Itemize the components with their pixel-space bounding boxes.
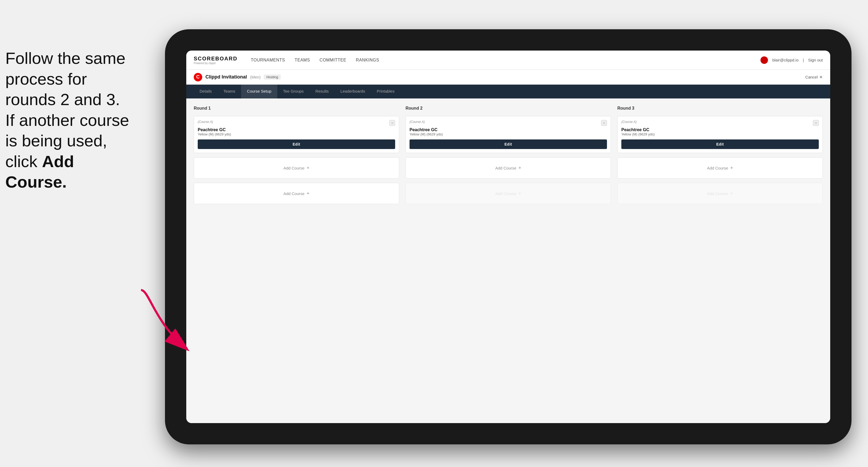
tab-printables[interactable]: Printables xyxy=(371,85,400,98)
course-2-1-edit-button[interactable]: Edit xyxy=(409,139,607,149)
tablet-frame: SCOREBOARD Powered by clippd TOURNAMENTS… xyxy=(165,29,851,444)
cancel-button[interactable]: Cancel ✕ xyxy=(805,75,823,80)
course-2-1-card: (Course A) ○ Peachtree GC Yellow (M) (66… xyxy=(406,116,611,153)
add-course-2-1[interactable]: Add Course + xyxy=(406,157,611,179)
course-3-1-details: Yellow (M) (6629 yds) xyxy=(621,132,819,136)
course-2-1-details: Yellow (M) (6629 yds) xyxy=(409,132,607,136)
nav-separator: | xyxy=(803,58,804,62)
add-course-3-2: Add Course + xyxy=(617,183,823,204)
user-email: blair@clippd.io xyxy=(772,58,799,62)
add-course-1-2[interactable]: Add Course + xyxy=(194,183,399,204)
round-2-label: Round 2 xyxy=(406,106,611,111)
nav-teams[interactable]: TEAMS xyxy=(294,58,310,63)
nav-committee[interactable]: COMMITTEE xyxy=(319,58,346,63)
top-nav-left: SCOREBOARD Powered by clippd TOURNAMENTS… xyxy=(194,56,379,65)
logo-title: SCOREBOARD xyxy=(194,56,237,62)
course-3-1-header: (Course A) ○ xyxy=(621,120,819,126)
tournament-info: C Clippd Invitational (Men) Hosting xyxy=(194,73,281,82)
tab-leaderboards[interactable]: Leaderboards xyxy=(335,85,371,98)
scoreboard-logo: SCOREBOARD Powered by clippd xyxy=(194,56,237,65)
top-nav: SCOREBOARD Powered by clippd TOURNAMENTS… xyxy=(186,51,830,70)
course-3-1-edit-button[interactable]: Edit xyxy=(621,139,819,149)
user-avatar xyxy=(761,56,768,64)
logo-subtitle: Powered by clippd xyxy=(194,62,237,65)
add-course-1-1-plus-icon: + xyxy=(307,165,309,171)
instruction-text: Follow the same process for rounds 2 and… xyxy=(5,48,138,192)
clippd-icon: C xyxy=(194,73,202,82)
round-1-column: Round 1 (Course A) ○ Peachtree GC Yellow… xyxy=(194,106,399,204)
add-course-1-2-plus-icon: + xyxy=(307,191,309,196)
course-1-1-details: Yellow (M) (6629 yds) xyxy=(198,132,395,136)
nav-rankings[interactable]: RANKINGS xyxy=(356,58,379,63)
tab-details[interactable]: Details xyxy=(194,85,218,98)
course-1-1-edit-button[interactable]: Edit xyxy=(198,139,395,149)
course-3-1-name: Peachtree GC xyxy=(621,127,819,132)
course-3-1-tag: (Course A) xyxy=(621,120,637,124)
tablet-screen: SCOREBOARD Powered by clippd TOURNAMENTS… xyxy=(186,51,830,423)
add-course-3-1-label: Add Course + xyxy=(707,165,733,171)
add-course-1-1[interactable]: Add Course + xyxy=(194,157,399,179)
tab-teams[interactable]: Teams xyxy=(218,85,241,98)
add-course-3-2-label: Add Course + xyxy=(707,191,733,196)
round-3-label: Round 3 xyxy=(617,106,823,111)
course-1-1-name: Peachtree GC xyxy=(198,127,395,132)
nav-tournaments[interactable]: TOURNAMENTS xyxy=(251,58,285,63)
tab-course-setup[interactable]: Course Setup xyxy=(241,85,277,98)
add-course-2-2-plus-icon: + xyxy=(518,191,521,196)
tab-bar: Details Teams Course Setup Tee Groups Re… xyxy=(186,85,830,98)
tab-tee-groups[interactable]: Tee Groups xyxy=(277,85,310,98)
course-2-1-name: Peachtree GC xyxy=(409,127,607,132)
course-2-1-header: (Course A) ○ xyxy=(409,120,607,126)
tournament-gender: (Men) xyxy=(250,75,260,79)
add-course-2-1-plus-icon: + xyxy=(518,165,521,171)
add-course-3-1[interactable]: Add Course + xyxy=(617,157,823,179)
main-content: Round 1 (Course A) ○ Peachtree GC Yellow… xyxy=(186,98,830,423)
round-3-column: Round 3 (Course A) ○ Peachtree GC Yellow… xyxy=(617,106,823,204)
add-course-2-2: Add Course + xyxy=(406,183,611,204)
course-1-1-header: (Course A) ○ xyxy=(198,120,395,126)
add-course-1-2-label: Add Course + xyxy=(283,191,309,196)
tab-results[interactable]: Results xyxy=(309,85,335,98)
cancel-icon: ✕ xyxy=(819,75,823,80)
course-3-1-card: (Course A) ○ Peachtree GC Yellow (M) (66… xyxy=(617,116,823,153)
hosting-badge: Hosting xyxy=(264,74,281,80)
round-2-column: Round 2 (Course A) ○ Peachtree GC Yellow… xyxy=(406,106,611,204)
round-1-label: Round 1 xyxy=(194,106,399,111)
rounds-grid: Round 1 (Course A) ○ Peachtree GC Yellow… xyxy=(194,106,823,204)
add-course-3-1-plus-icon: + xyxy=(730,165,733,171)
course-1-1-card: (Course A) ○ Peachtree GC Yellow (M) (66… xyxy=(194,116,399,153)
top-nav-right: blair@clippd.io | Sign out xyxy=(761,56,823,64)
nav-links: TOURNAMENTS TEAMS COMMITTEE RANKINGS xyxy=(251,58,379,63)
course-2-1-delete[interactable]: ○ xyxy=(601,120,607,126)
course-1-1-delete[interactable]: ○ xyxy=(389,120,395,126)
course-2-1-tag: (Course A) xyxy=(409,120,425,124)
course-3-1-delete[interactable]: ○ xyxy=(813,120,819,126)
add-course-2-1-label: Add Course + xyxy=(495,165,521,171)
add-course-3-2-plus-icon: + xyxy=(730,191,733,196)
tournament-header: C Clippd Invitational (Men) Hosting Canc… xyxy=(186,70,830,85)
add-course-1-1-label: Add Course + xyxy=(283,165,309,171)
course-1-1-tag: (Course A) xyxy=(198,120,213,124)
add-course-2-2-label: Add Course + xyxy=(495,191,521,196)
tournament-name: Clippd Invitational xyxy=(206,74,247,80)
sign-out-link[interactable]: Sign out xyxy=(808,58,823,62)
